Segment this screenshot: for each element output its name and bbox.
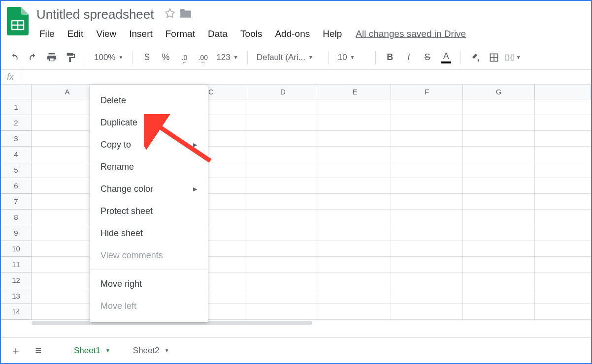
cell[interactable] <box>391 131 463 147</box>
redo-button[interactable] <box>25 49 41 66</box>
star-icon[interactable] <box>164 8 175 21</box>
document-title[interactable]: Untitled spreadsheet <box>36 7 154 22</box>
font-size-dropdown[interactable]: 10▼ <box>335 53 369 62</box>
ctx-protect-sheet[interactable]: Protect sheet <box>90 200 208 222</box>
cell[interactable] <box>391 304 463 320</box>
formula-input[interactable] <box>21 70 585 84</box>
cell[interactable] <box>247 241 319 257</box>
cell[interactable] <box>391 273 463 288</box>
cell[interactable] <box>391 288 463 304</box>
bold-button[interactable]: B <box>382 49 398 66</box>
cell[interactable] <box>463 273 535 288</box>
cell[interactable] <box>391 194 463 210</box>
col-header[interactable]: E <box>319 85 391 99</box>
col-header[interactable]: G <box>463 85 535 99</box>
ctx-duplicate[interactable]: Duplicate <box>90 112 208 134</box>
decrease-decimal-button[interactable]: .0← <box>176 49 193 66</box>
cell[interactable] <box>247 131 319 147</box>
cell[interactable] <box>391 225 463 241</box>
save-status[interactable]: All changes saved in Drive <box>356 26 466 42</box>
row-header[interactable]: 9 <box>1 225 32 241</box>
cell[interactable] <box>319 304 391 320</box>
cell[interactable] <box>319 162 391 178</box>
ctx-delete[interactable]: Delete <box>90 90 208 112</box>
cell[interactable] <box>247 210 319 225</box>
menu-insert[interactable]: Insert <box>123 26 159 42</box>
row-header[interactable]: 14 <box>1 304 32 320</box>
cell[interactable] <box>247 147 319 162</box>
merge-cells-button[interactable]: ▼ <box>504 49 521 66</box>
cell[interactable] <box>463 194 535 210</box>
row-header[interactable]: 11 <box>1 257 32 273</box>
ctx-rename[interactable]: Rename <box>90 156 208 178</box>
row-header[interactable]: 12 <box>1 273 32 288</box>
cell[interactable] <box>319 131 391 147</box>
more-formats-dropdown[interactable]: 123▼ <box>213 53 241 62</box>
cell[interactable] <box>463 241 535 257</box>
cell[interactable] <box>463 178 535 194</box>
menu-edit[interactable]: Edit <box>62 26 90 42</box>
cell[interactable] <box>319 194 391 210</box>
print-button[interactable] <box>43 49 60 66</box>
tab-dropdown-icon[interactable]: ▼ <box>164 348 169 353</box>
cell[interactable] <box>247 162 319 178</box>
paint-format-button[interactable] <box>62 49 79 66</box>
menu-file[interactable]: File <box>33 26 61 42</box>
cell[interactable] <box>319 257 391 273</box>
cell[interactable] <box>463 304 535 320</box>
folder-icon[interactable] <box>179 8 192 21</box>
all-sheets-button[interactable]: ≡ <box>29 341 48 361</box>
row-header[interactable]: 1 <box>1 99 32 115</box>
borders-button[interactable] <box>486 49 502 66</box>
cell[interactable] <box>247 304 319 320</box>
row-header[interactable]: 7 <box>1 194 32 210</box>
menu-format[interactable]: Format <box>160 26 201 42</box>
cell[interactable] <box>391 147 463 162</box>
cell[interactable] <box>247 257 319 273</box>
cell[interactable] <box>463 115 535 131</box>
cell[interactable] <box>319 210 391 225</box>
cell[interactable] <box>247 225 319 241</box>
cell[interactable] <box>247 99 319 115</box>
cell[interactable] <box>247 115 319 131</box>
row-header[interactable]: 10 <box>1 241 32 257</box>
cell[interactable] <box>463 225 535 241</box>
cell[interactable] <box>247 288 319 304</box>
cell[interactable] <box>463 288 535 304</box>
ctx-move-right[interactable]: Move right <box>90 273 208 295</box>
cell[interactable] <box>463 147 535 162</box>
cell[interactable] <box>319 115 391 131</box>
row-header[interactable]: 13 <box>1 288 32 304</box>
format-currency-button[interactable]: $ <box>138 49 155 66</box>
cell[interactable] <box>247 273 319 288</box>
cell[interactable] <box>319 147 391 162</box>
cell[interactable] <box>319 241 391 257</box>
fill-color-button[interactable] <box>467 49 484 66</box>
cell[interactable] <box>391 178 463 194</box>
menu-data[interactable]: Data <box>202 26 233 42</box>
ctx-copy-to[interactable]: Copy to▶ <box>90 134 208 156</box>
cell[interactable] <box>463 162 535 178</box>
sheet-tab-active[interactable]: Sheet1▼ <box>64 338 120 364</box>
increase-decimal-button[interactable]: .00→ <box>195 49 211 66</box>
row-header[interactable]: 5 <box>1 162 32 178</box>
cell[interactable] <box>319 225 391 241</box>
menu-addons[interactable]: Add-ons <box>269 26 316 42</box>
cell[interactable] <box>319 288 391 304</box>
add-sheet-button[interactable]: ＋ <box>6 341 26 361</box>
cell[interactable] <box>391 162 463 178</box>
cell[interactable] <box>319 178 391 194</box>
cell[interactable] <box>391 241 463 257</box>
cell[interactable] <box>463 210 535 225</box>
cell[interactable] <box>463 131 535 147</box>
text-color-button[interactable]: A <box>438 49 455 66</box>
row-header[interactable]: 2 <box>1 115 32 131</box>
ctx-hide-sheet[interactable]: Hide sheet <box>90 222 208 244</box>
cell[interactable] <box>247 194 319 210</box>
cell[interactable] <box>319 99 391 115</box>
col-header[interactable]: D <box>247 85 319 99</box>
cell[interactable] <box>391 210 463 225</box>
cell[interactable] <box>463 99 535 115</box>
cell[interactable] <box>319 273 391 288</box>
tab-dropdown-icon[interactable]: ▼ <box>105 348 110 353</box>
